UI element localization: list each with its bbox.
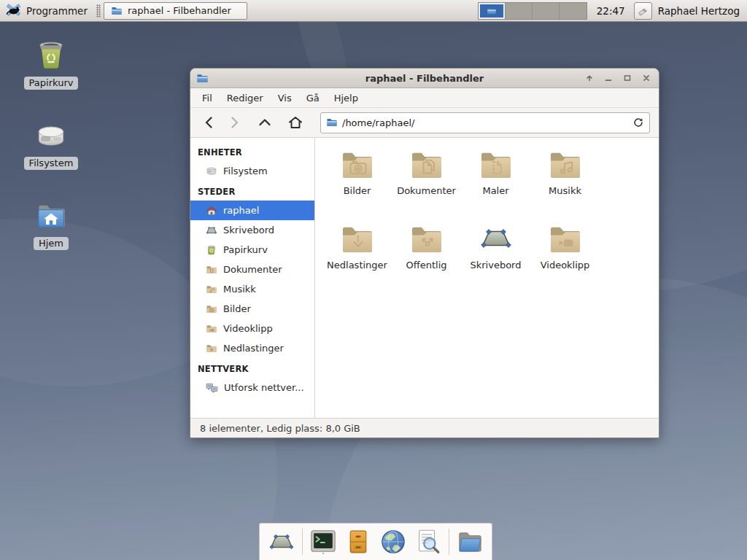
up-button[interactable] bbox=[255, 113, 274, 133]
folder-launcher[interactable] bbox=[455, 527, 484, 556]
file-videoklipp[interactable]: Videoklipp bbox=[530, 221, 600, 291]
file-bilder[interactable]: Bilder bbox=[322, 147, 392, 217]
sidebar-item-nedlastinger[interactable]: Nedlastinger bbox=[190, 338, 314, 358]
file-label: Offentlig bbox=[406, 260, 447, 271]
trash-icon bbox=[206, 244, 217, 256]
file-search-launcher[interactable] bbox=[414, 527, 443, 556]
folder-downloads-icon bbox=[340, 221, 375, 256]
file-dokumenter[interactable]: Dokumenter bbox=[392, 147, 461, 217]
sidebar-item-filesystem[interactable]: Filsystem bbox=[190, 161, 314, 181]
network-icon bbox=[206, 381, 218, 394]
sidebar-item-label: raphael bbox=[223, 205, 259, 216]
folder-documents-icon bbox=[409, 147, 444, 182]
drive-icon bbox=[206, 166, 217, 177]
folder-videos-icon bbox=[548, 221, 583, 256]
close-icon bbox=[641, 73, 651, 83]
minimize-button[interactable] bbox=[602, 71, 615, 85]
menu-ga[interactable]: Gå bbox=[299, 90, 327, 106]
folder-downloads-icon bbox=[206, 343, 217, 354]
window-titlebar-icon bbox=[196, 72, 209, 85]
file-cabinet-launcher[interactable] bbox=[344, 527, 373, 556]
forward-button[interactable] bbox=[224, 113, 244, 133]
taskbar-window-label: raphael - Filbehandler bbox=[128, 5, 231, 16]
file-list-view[interactable]: Bilder Dokumenter bbox=[315, 138, 659, 418]
show-desktop-icon bbox=[268, 528, 295, 556]
sidebar-header-network: NETTVERK bbox=[190, 358, 314, 378]
file-manager-window: raphael - Filbehandler bbox=[190, 68, 659, 438]
sidebar-item-bilder[interactable]: Bilder bbox=[190, 299, 314, 319]
file-musikk[interactable]: Musikk bbox=[530, 147, 600, 217]
clock: 22:47 bbox=[597, 5, 625, 17]
xfce-mouse-logo-icon bbox=[6, 3, 21, 18]
desktop-icon-trash[interactable]: Papirkurv bbox=[15, 36, 88, 90]
location-input[interactable] bbox=[342, 117, 628, 128]
statusbar: 8 ielementer, Ledig plass: 8,0 GiB bbox=[190, 418, 659, 438]
file-label: Bilder bbox=[344, 185, 371, 196]
reload-button[interactable] bbox=[632, 117, 644, 128]
file-label: Maler bbox=[482, 185, 508, 196]
applications-menu-label: Programmer bbox=[26, 5, 88, 17]
maximize-button[interactable] bbox=[621, 71, 634, 85]
web-browser-launcher[interactable] bbox=[379, 527, 408, 556]
menu-fil[interactable]: Fil bbox=[195, 90, 220, 106]
file-offentlig[interactable]: Offentlig bbox=[392, 221, 461, 291]
workspace-switcher bbox=[478, 2, 587, 20]
window-titlebar[interactable]: raphael - Filbehandler bbox=[190, 69, 659, 88]
sidebar-item-label: Dokumenter bbox=[223, 264, 282, 275]
close-button[interactable] bbox=[640, 71, 653, 85]
sidebar-item-network[interactable]: Utforsk nettver... bbox=[190, 378, 314, 397]
file-label: Videoklipp bbox=[541, 260, 590, 271]
workspace-1[interactable] bbox=[479, 3, 506, 19]
shade-button[interactable] bbox=[583, 71, 596, 85]
panel-right-area: 22:47 Raphael Hertzog bbox=[478, 2, 743, 20]
applications-menu-button[interactable]: Programmer bbox=[4, 1, 93, 20]
file-skrivebord[interactable]: Skrivebord bbox=[461, 221, 530, 291]
terminal-launcher[interactable] bbox=[309, 527, 338, 556]
terminal-icon bbox=[309, 528, 337, 556]
workspace-2[interactable] bbox=[506, 3, 533, 19]
sidebar-item-raphael[interactable]: raphael bbox=[190, 201, 314, 220]
desktop-icon-home[interactable]: Hjem bbox=[15, 197, 88, 250]
back-button[interactable] bbox=[199, 113, 219, 133]
file-label: Skrivebord bbox=[470, 260, 521, 271]
workspace-3[interactable] bbox=[533, 3, 560, 19]
sidebar-item-videoklipp[interactable]: Videoklipp bbox=[190, 319, 314, 338]
show-desktop-button[interactable] bbox=[267, 527, 296, 556]
menu-hjelp[interactable]: Hjelp bbox=[327, 90, 365, 106]
sidebar-item-papirkurv[interactable]: Papirkurv bbox=[190, 240, 314, 260]
drive-icon bbox=[33, 117, 69, 153]
user-actions-button[interactable] bbox=[634, 2, 652, 20]
shade-icon bbox=[584, 73, 595, 83]
desktop-icon-label: Filsystem bbox=[24, 157, 79, 170]
sidebar-item-musikk[interactable]: Musikk bbox=[190, 279, 314, 299]
home-icon bbox=[287, 114, 303, 131]
web-browser-icon bbox=[379, 528, 407, 556]
menu-rediger[interactable]: Rediger bbox=[220, 90, 271, 106]
trash-icon bbox=[33, 36, 69, 73]
folder-music-icon bbox=[206, 284, 217, 295]
menubar: Fil Rediger Vis Gå Hjelp bbox=[190, 88, 659, 108]
folder-public-icon bbox=[409, 221, 444, 256]
up-icon bbox=[258, 115, 272, 130]
desktop-icon-filesystem[interactable]: Filsystem bbox=[15, 117, 88, 170]
sidebar-item-label: Videoklipp bbox=[223, 323, 273, 334]
file-maler[interactable]: Maler bbox=[461, 147, 530, 217]
taskbar-window-button[interactable]: raphael - Filbehandler bbox=[104, 2, 247, 20]
top-panel: Programmer raphael - Filbehandler 22:47 … bbox=[0, 0, 747, 22]
desktop-icon-label: Hjem bbox=[34, 237, 69, 250]
file-label: Nedlastinger bbox=[327, 260, 387, 271]
sidebar-item-label: Musikk bbox=[223, 284, 256, 295]
desktop-icon bbox=[206, 225, 217, 236]
sidebar-item-label: Utforsk nettver... bbox=[224, 382, 304, 393]
sidebar-item-skrivebord[interactable]: Skrivebord bbox=[190, 220, 314, 240]
location-bar[interactable] bbox=[320, 112, 650, 133]
folder-documents-icon bbox=[206, 264, 217, 276]
sidebar-item-dokumenter[interactable]: Dokumenter bbox=[190, 260, 314, 279]
workspace-4[interactable] bbox=[560, 3, 587, 19]
file-nedlastinger[interactable]: Nedlastinger bbox=[322, 221, 392, 291]
file-cabinet-icon bbox=[345, 528, 371, 556]
folder-templates-icon bbox=[479, 147, 514, 182]
menu-vis[interactable]: Vis bbox=[271, 90, 299, 106]
path-folder-icon bbox=[326, 117, 338, 128]
home-button[interactable] bbox=[285, 113, 305, 133]
